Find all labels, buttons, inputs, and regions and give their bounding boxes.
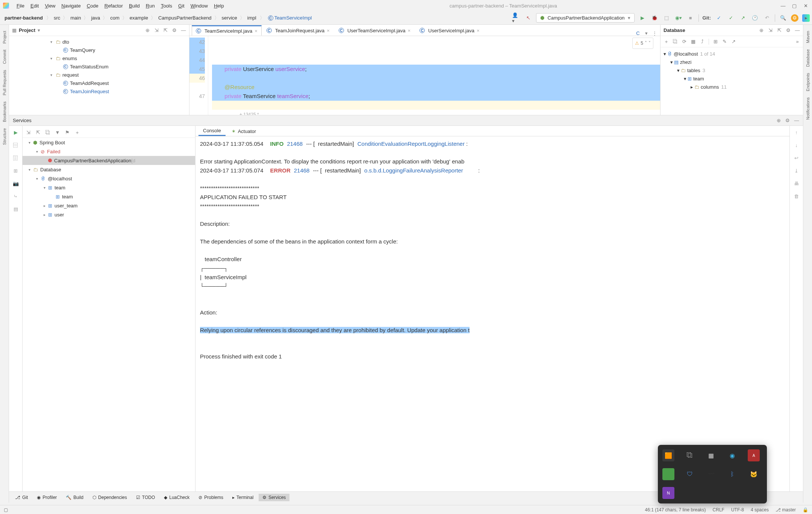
tray-intellij-icon[interactable]: 🟧: [662, 449, 674, 461]
soft-wrap-icon[interactable]: ↩: [792, 154, 801, 162]
tray-security-icon[interactable]: 🛡: [684, 468, 696, 480]
services-tree-row[interactable]: ▾⊞team: [23, 183, 195, 192]
editor-tab[interactable]: CTeamServiceImpl.java×: [192, 25, 262, 36]
run-config-selector[interactable]: ⬢ CampusPartnerBackendApplication ▾: [536, 13, 634, 23]
search-icon[interactable]: 🔍: [779, 14, 787, 22]
tray-amd-icon[interactable]: A: [748, 449, 760, 461]
run-button[interactable]: ▶: [638, 14, 647, 22]
status-indicator-icon[interactable]: ▢: [4, 507, 8, 512]
db-host-row[interactable]: ▾🛢@localhost1 of 14: [661, 50, 803, 58]
menu-refactor[interactable]: Refactor: [102, 2, 126, 10]
editor-gutter[interactable]: 424344454647: [189, 36, 208, 115]
maximize-button[interactable]: ▢: [791, 2, 798, 9]
close-tab-icon[interactable]: ×: [327, 28, 330, 33]
bottom-tab-dependencies[interactable]: ⬡Dependencies: [89, 494, 131, 501]
project-tree[interactable]: ▾🗀dtoCTeamQuery▾🗀enumsCTeamStatusEnum▾🗀r…: [9, 36, 189, 97]
stripe-project[interactable]: Project: [2, 28, 7, 47]
scroll-up-icon[interactable]: ↑: [792, 128, 801, 136]
tray-green-icon[interactable]: [662, 468, 674, 480]
tray-bluetooth-icon[interactable]: ᛒ: [726, 468, 738, 480]
hide-icon[interactable]: —: [794, 118, 799, 123]
settings-icon[interactable]: ⚙: [791, 14, 798, 22]
breadcrumb-segment[interactable]: example: [127, 14, 150, 21]
collapse-all-icon[interactable]: ⇱: [35, 130, 41, 135]
debug-button[interactable]: 🐞: [650, 14, 659, 22]
close-button[interactable]: ✕: [802, 2, 809, 9]
table-icon[interactable]: ⊞: [713, 39, 718, 44]
menu-git[interactable]: Git: [175, 2, 188, 10]
debug-icon[interactable]: ⊞: [12, 166, 20, 175]
breadcrumb-segment[interactable]: src: [52, 14, 62, 21]
caret-position[interactable]: 46:1 (147 chars, 7 line breaks): [645, 507, 706, 512]
duplicate-icon[interactable]: ⿻: [673, 39, 678, 44]
stop-button[interactable]: ■: [686, 14, 695, 22]
chevron-down-icon[interactable]: ˅: [648, 39, 651, 48]
tab-more-icon[interactable]: ⋮: [652, 30, 657, 36]
locate-icon[interactable]: ⊕: [759, 28, 764, 33]
editor-code[interactable]: ⚠ 5 ˄ ˅ private UserService userService;…: [208, 36, 660, 115]
settings-icon[interactable]: ⚙: [172, 28, 177, 33]
tree-row[interactable]: ▾🗀enums: [9, 54, 189, 62]
tray-wave-icon[interactable]: 〰: [705, 468, 717, 480]
tree-icon[interactable]: ⿳: [12, 141, 20, 149]
tree-row[interactable]: CTeamJoinRequest: [9, 87, 189, 95]
db-table-team-row[interactable]: ▾⊞team: [661, 74, 803, 83]
add-datasource-icon[interactable]: ＋: [664, 39, 669, 44]
filter-icon[interactable]: ▼: [55, 130, 60, 135]
line-separator[interactable]: CRLF: [713, 507, 724, 512]
project-view-icon[interactable]: ▦: [12, 27, 17, 33]
menu-file[interactable]: File: [14, 2, 27, 10]
scroll-down-icon[interactable]: ↓: [792, 141, 801, 149]
problems-badge[interactable]: ⚠ 5 ˄ ˅: [632, 38, 653, 49]
services-tree-row[interactable]: ▾🗀Database: [23, 165, 195, 174]
stripe-endpoints[interactable]: Endpoints: [806, 70, 810, 94]
editor-tab[interactable]: CTeamJoinRequest.java×: [262, 25, 334, 36]
exit-icon[interactable]: ⤷: [12, 192, 20, 200]
menu-build[interactable]: Build: [126, 2, 143, 10]
expand-all-icon[interactable]: ⇲: [26, 130, 31, 135]
stripe-pull-requests[interactable]: Pull Requests: [2, 67, 7, 98]
breadcrumb-project[interactable]: partner-backend: [2, 14, 45, 21]
breadcrumb-segment[interactable]: CampusPartnerBackend: [156, 14, 214, 21]
jump-icon[interactable]: ⤴: [700, 39, 705, 44]
close-tab-icon[interactable]: ×: [477, 28, 480, 33]
services-tree-row[interactable]: ▾⊘Failed: [23, 147, 195, 156]
clear-icon[interactable]: 🗑: [792, 192, 801, 200]
edit-icon[interactable]: ✎: [722, 39, 727, 44]
collapse-icon[interactable]: ⇱: [777, 28, 782, 33]
stop-icon[interactable]: ▦: [691, 39, 696, 44]
tray-grid-icon[interactable]: ▦: [705, 449, 717, 461]
stripe-commit[interactable]: Commit: [2, 47, 7, 67]
menu-code[interactable]: Code: [84, 2, 102, 10]
locate-icon[interactable]: ⊕: [776, 118, 781, 123]
database-tree[interactable]: ▾🛢@localhost1 of 14 ▾▤zhezi ▾🗀tables3 ▾⊞…: [661, 47, 803, 93]
db-tables-row[interactable]: ▾🗀tables3: [661, 66, 803, 74]
bottom-tab-luacheck[interactable]: ◆LuaCheck: [160, 494, 193, 501]
breadcrumb-segment[interactable]: impl: [245, 14, 259, 21]
go-icon[interactable]: ↗: [731, 39, 736, 44]
profile-button[interactable]: ◉▾: [674, 14, 683, 22]
stripe-maven[interactable]: Maven: [806, 28, 810, 46]
expand-icon[interactable]: ⇲: [768, 28, 773, 33]
console-output[interactable]: 2024-03-17 11:37:05.054 INFO 21468 --- […: [195, 136, 789, 491]
breadcrumb-class[interactable]: CTeamServiceImpl: [266, 14, 314, 22]
breadcrumb-segment[interactable]: java: [89, 14, 102, 21]
layout-icon[interactable]: ▤: [12, 205, 20, 213]
stripe-bookmarks[interactable]: Bookmarks: [2, 98, 7, 125]
filter-icon[interactable]: ⿲: [12, 154, 20, 162]
run-icon[interactable]: ▶: [12, 128, 20, 136]
menu-navigate[interactable]: Navigate: [58, 2, 83, 10]
git-update-icon[interactable]: ✓: [715, 14, 723, 22]
services-tree-row[interactable]: ▾⬢Spring Boot: [23, 138, 195, 147]
settings-icon[interactable]: ⚙: [785, 118, 790, 123]
chevron-up-icon[interactable]: ˄: [645, 39, 647, 48]
menu-help[interactable]: Help: [211, 2, 227, 10]
services-tree-row[interactable]: ⊞team: [23, 192, 195, 201]
menu-tools[interactable]: Tools: [158, 2, 175, 10]
user-icon[interactable]: 👤▾: [512, 14, 520, 22]
editor-tab[interactable]: CUserServiceImpl.java×: [415, 25, 483, 36]
breadcrumb-segment[interactable]: service: [220, 14, 239, 21]
back-icon[interactable]: ↖: [524, 14, 532, 22]
coverage-button[interactable]: ⬚: [662, 14, 671, 22]
breadcrumb-segment[interactable]: main: [68, 14, 83, 21]
